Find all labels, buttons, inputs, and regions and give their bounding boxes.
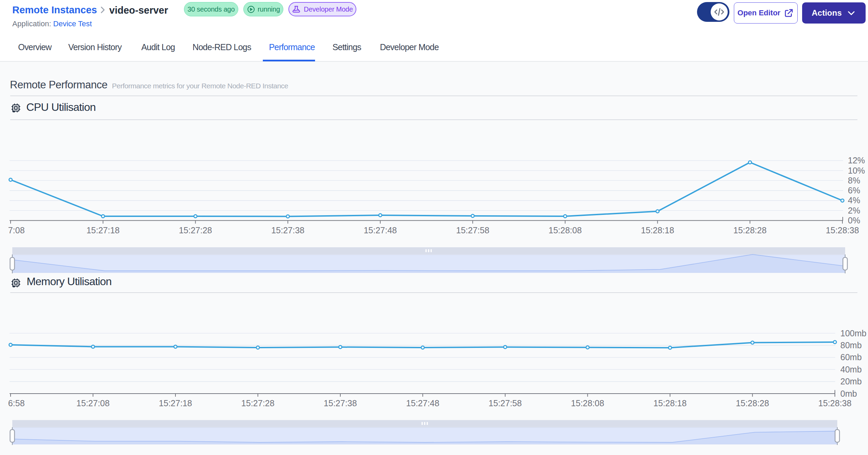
svg-text:8%: 8% xyxy=(848,176,860,185)
svg-text:15:27:28: 15:27:28 xyxy=(179,225,212,235)
svg-text:12%: 12% xyxy=(848,156,865,165)
svg-text:15:27:18: 15:27:18 xyxy=(86,225,119,235)
svg-text:7:08: 7:08 xyxy=(8,225,25,235)
svg-text:15:28:28: 15:28:28 xyxy=(734,225,767,235)
svg-text:15:27:58: 15:27:58 xyxy=(456,225,489,235)
svg-text:15:28:08: 15:28:08 xyxy=(549,225,582,235)
svg-text:15:28:08: 15:28:08 xyxy=(571,398,604,408)
svg-text:15:27:18: 15:27:18 xyxy=(159,398,192,408)
svg-text:15:28:38: 15:28:38 xyxy=(818,398,851,408)
svg-text:0%: 0% xyxy=(848,216,860,225)
svg-text:15:27:28: 15:27:28 xyxy=(241,398,274,408)
svg-text:60mb: 60mb xyxy=(840,352,862,362)
svg-text:40mb: 40mb xyxy=(840,365,862,374)
svg-text:15:28:38: 15:28:38 xyxy=(826,225,859,235)
svg-text:15:27:48: 15:27:48 xyxy=(406,398,439,408)
svg-text:0mb: 0mb xyxy=(840,389,857,398)
svg-text:2%: 2% xyxy=(848,206,860,215)
svg-text:15:28:18: 15:28:18 xyxy=(653,398,686,408)
svg-text:4%: 4% xyxy=(848,195,860,205)
svg-text:15:28:28: 15:28:28 xyxy=(736,398,769,408)
svg-text:15:27:58: 15:27:58 xyxy=(488,398,522,408)
svg-text:6:58: 6:58 xyxy=(8,398,25,408)
svg-text:15:27:38: 15:27:38 xyxy=(271,225,304,235)
svg-text:20mb: 20mb xyxy=(840,377,862,386)
svg-text:15:28:18: 15:28:18 xyxy=(641,225,674,235)
svg-text:15:27:38: 15:27:38 xyxy=(324,398,357,408)
svg-text:100mb: 100mb xyxy=(840,328,866,338)
svg-text:15:27:08: 15:27:08 xyxy=(76,398,110,408)
svg-text:15:27:48: 15:27:48 xyxy=(364,225,397,235)
svg-text:10%: 10% xyxy=(848,166,865,175)
svg-text:6%: 6% xyxy=(848,186,860,195)
svg-text:80mb: 80mb xyxy=(840,340,862,350)
